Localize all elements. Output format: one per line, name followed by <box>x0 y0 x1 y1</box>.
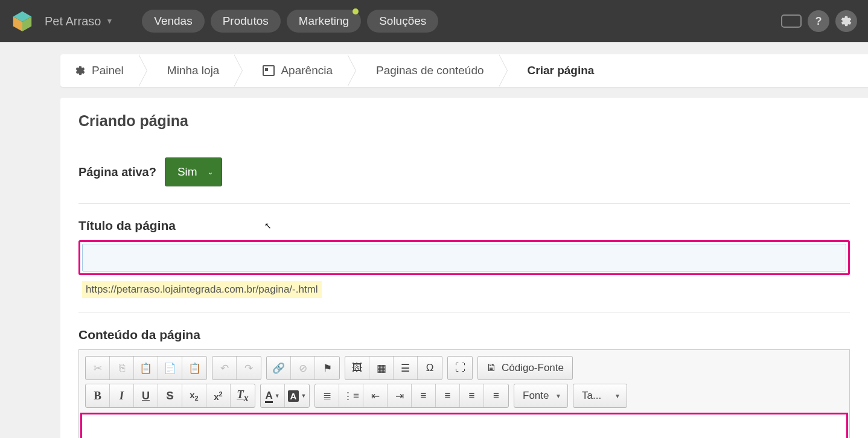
toolbar-group-format: B I U S x2 x2 Tx <box>85 384 255 408</box>
screen-icon[interactable] <box>781 14 802 28</box>
notification-dot-icon <box>353 8 359 14</box>
page-title: Criando página <box>78 112 850 130</box>
crumb-aparencia[interactable]: Aparência <box>248 54 347 87</box>
title-label: Título da página <box>78 218 850 233</box>
superscript-icon: x2 <box>214 390 222 402</box>
source-icon: 🗎 <box>487 362 497 374</box>
crumb-label: Criar página <box>528 64 595 77</box>
remove-format-icon: Tx <box>237 388 249 404</box>
paste-text-button[interactable]: 📄 <box>158 357 182 379</box>
crumb-separator-icon <box>499 54 513 87</box>
table-button[interactable]: ▦ <box>369 357 394 379</box>
subscript-button[interactable]: x2 <box>182 384 206 407</box>
card-body: Página ativa? Sim ⌄ Título da página ↖ h… <box>60 144 868 438</box>
toolbar-group-color: A▼ A▼ <box>260 384 310 408</box>
editor-toolbar-row1: ✂ ⎘ 📋 📄 📋 ↶ ↷ 🔗 ⊘ <box>79 350 849 384</box>
indent-icon: ⇥ <box>395 390 404 402</box>
question-icon: ? <box>815 15 822 28</box>
anchor-button[interactable]: ⚑ <box>315 357 339 379</box>
topbar: Pet Arraso ▼ Vendas Produtos Marketing S… <box>0 0 868 42</box>
crumb-separator-icon <box>138 54 153 87</box>
underline-button[interactable]: U <box>134 384 158 407</box>
paste-icon: 📋 <box>139 362 152 375</box>
nav-solucoes[interactable]: Soluções <box>367 10 438 33</box>
chevron-down-icon: ▼ <box>301 393 306 399</box>
toolbar-group-insert: 🖼 ▦ ☰ Ω <box>345 356 442 380</box>
maximize-button[interactable]: ⛶ <box>448 357 472 379</box>
crumb-label: Aparência <box>281 64 333 77</box>
superscript-button[interactable]: x2 <box>206 384 231 407</box>
nav-label: Produtos <box>223 14 269 27</box>
rich-text-editor: ✂ ⎘ 📋 📄 📋 ↶ ↷ 🔗 ⊘ <box>78 349 850 438</box>
content-editor[interactable] <box>80 413 848 438</box>
bg-color-button[interactable]: A▼ <box>285 384 309 407</box>
align-left-icon: ≡ <box>421 390 427 402</box>
image-button[interactable]: 🖼 <box>345 357 369 379</box>
card-header: Criando página <box>60 98 868 144</box>
link-icon: 🔗 <box>272 362 285 375</box>
bold-button[interactable]: B <box>86 384 110 407</box>
content-field-block: Conteúdo da página ✂ ⎘ 📋 📄 📋 ↶ <box>78 313 850 438</box>
omega-icon: Ω <box>426 362 434 374</box>
toolbar-group-source: 🗎 Código-Fonte <box>477 356 573 380</box>
copy-button[interactable]: ⎘ <box>110 357 134 379</box>
size-select[interactable]: Ta... ▼ <box>573 384 627 408</box>
text-color-button[interactable]: A▼ <box>261 384 285 407</box>
unordered-list-icon: ⋮≡ <box>343 390 359 402</box>
outdent-icon: ⇤ <box>371 390 380 402</box>
crumb-painel[interactable]: Painel <box>60 54 138 87</box>
crumb-label: Minha loja <box>167 64 220 77</box>
align-center-button[interactable]: ≡ <box>436 384 460 407</box>
strike-icon: S <box>166 390 173 402</box>
outdent-button[interactable]: ⇤ <box>363 384 388 407</box>
editor-toolbar-row2: B I U S x2 x2 Tx A▼ A▼ <box>79 384 849 411</box>
unlink-button[interactable]: ⊘ <box>291 357 315 379</box>
link-button[interactable]: 🔗 <box>267 357 291 379</box>
nav-vendas[interactable]: Vendas <box>142 10 204 33</box>
nav-produtos[interactable]: Produtos <box>211 10 281 33</box>
active-select[interactable]: Sim ⌄ <box>165 157 222 186</box>
help-button[interactable]: ? <box>808 10 829 32</box>
chevron-down-icon: ▼ <box>106 17 113 25</box>
italic-button[interactable]: I <box>110 384 134 407</box>
cut-button[interactable]: ✂ <box>86 357 110 379</box>
strike-button[interactable]: S <box>158 384 182 407</box>
store-name-dropdown[interactable]: Pet Arraso ▼ <box>45 14 113 28</box>
font-select[interactable]: Fonte ▼ <box>514 384 568 408</box>
hr-button[interactable]: ☰ <box>394 357 418 379</box>
crumb-criar-pagina: Criar página <box>513 54 609 87</box>
title-input[interactable] <box>82 244 846 271</box>
toolbar-group-clipboard: ✂ ⎘ 📋 📄 📋 <box>85 356 207 380</box>
paste-word-button[interactable]: 📋 <box>182 357 206 379</box>
justify-button[interactable]: ≡ <box>484 384 508 407</box>
toolbar-group-maximize: ⛶ <box>447 356 473 380</box>
url-hint: https://petarraso.lojaintegrada.com.br/p… <box>82 281 322 298</box>
logo-cube-icon <box>11 10 34 33</box>
indent-button[interactable]: ⇥ <box>388 384 412 407</box>
align-left-button[interactable]: ≡ <box>412 384 436 407</box>
hr-icon: ☰ <box>401 362 410 375</box>
ul-button[interactable]: ⋮≡ <box>339 384 363 407</box>
source-button[interactable]: 🗎 Código-Fonte <box>478 357 572 379</box>
copy-icon: ⎘ <box>119 362 125 374</box>
content-label: Conteúdo da página <box>78 328 850 342</box>
align-right-button[interactable]: ≡ <box>460 384 484 407</box>
align-center-icon: ≡ <box>445 390 451 402</box>
redo-button[interactable]: ↷ <box>237 357 261 379</box>
settings-button[interactable] <box>835 10 857 32</box>
crumb-minha-loja[interactable]: Minha loja <box>153 54 234 87</box>
gear-icon <box>840 15 852 27</box>
undo-button[interactable]: ↶ <box>212 357 237 379</box>
topbar-right: ? <box>781 10 857 32</box>
nav-marketing[interactable]: Marketing <box>287 10 361 33</box>
unlink-icon: ⊘ <box>299 362 307 375</box>
ol-button[interactable]: ≣ <box>315 384 339 407</box>
remove-format-button[interactable]: Tx <box>231 384 255 407</box>
main-nav: Vendas Produtos Marketing Soluções <box>142 10 438 33</box>
special-char-button[interactable]: Ω <box>418 357 442 379</box>
paste-button[interactable]: 📋 <box>134 357 158 379</box>
crumb-paginas-conteudo[interactable]: Paginas de conteúdo <box>362 54 499 87</box>
title-input-highlight <box>78 240 850 275</box>
image-icon: 🖼 <box>352 362 362 374</box>
nav-label: Soluções <box>379 14 426 27</box>
